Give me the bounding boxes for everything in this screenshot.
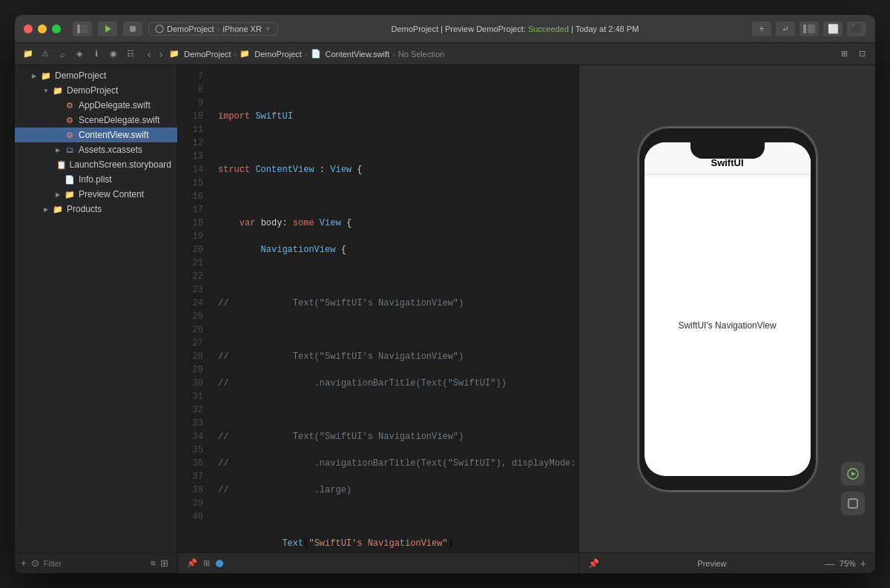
tree-item-group[interactable]: 📁 DemoProject	[15, 83, 177, 98]
zoom-level: 75%	[840, 559, 856, 568]
arrow-icon	[53, 190, 62, 199]
forward-button[interactable]: ›	[156, 48, 166, 60]
storyboard-icon: 📋	[56, 159, 67, 171]
toolbar2-right: ⊞ ⊡	[837, 47, 869, 61]
sidebar-toggle-button[interactable]	[73, 22, 92, 36]
tree-label-previewcontent: Preview Content	[79, 189, 144, 199]
svg-rect-4	[803, 24, 806, 33]
report-icon[interactable]: ☷	[123, 47, 138, 61]
run-button[interactable]	[98, 22, 117, 36]
tree-item-scenedelegate[interactable]: ⚙ SceneDelegate.swift	[15, 113, 177, 128]
fullscreen-button[interactable]	[52, 24, 61, 33]
preview-panel: SwiftUI SwiftUI's NavigationView	[578, 65, 875, 573]
code-text[interactable]: import SwiftUI struct ContentView : View…	[209, 65, 578, 552]
swift-file-icon: 📄	[311, 49, 321, 59]
tree-item-infoplist[interactable]: 📄 Info.plist	[15, 172, 177, 187]
tree-label-assets: Assets.xcassets	[79, 145, 142, 155]
toolbar2: 📁 ⚠ ⌕ ◈ ℹ ◉ ☷ ‹ › 📁 DemoProject › 📁 Demo…	[15, 43, 875, 65]
breakpoints-icon[interactable]: ◉	[106, 47, 121, 61]
info-icon[interactable]: ℹ	[89, 47, 104, 61]
folder-icon-2: 📁	[240, 49, 250, 59]
arrow-icon	[53, 145, 62, 154]
breadcrumb-file[interactable]: ContentView.swift	[326, 50, 390, 59]
tree-item-appdelegate[interactable]: ⚙ AppDelegate.swift	[15, 98, 177, 113]
preview-footer: 📌 Preview — 75% +	[579, 552, 875, 573]
play-icon	[105, 25, 111, 33]
folder-icon[interactable]: 📁	[21, 47, 36, 61]
iphone-screen: SwiftUI SwiftUI's NavigationView	[645, 142, 811, 476]
folder-icon: 📁	[52, 203, 64, 215]
ios-content: SwiftUI's NavigationView	[645, 175, 811, 476]
tree-item-root[interactable]: 📁 DemoProject	[15, 68, 177, 83]
iphone-notch	[690, 142, 765, 159]
zoom-out-button[interactable]: —	[825, 558, 835, 569]
breadcrumb-project[interactable]: DemoProject	[184, 50, 231, 59]
pin-icon[interactable]: 📌	[187, 558, 197, 568]
code-line-21: // .navigationBarTitle(Text("SwiftUI"), …	[218, 457, 570, 470]
tree-item-launchscreen[interactable]: 📋 LaunchScreen.storyboard	[15, 157, 177, 172]
code-line-18: // .navigationBarTitle(Text("SwiftUI"))	[218, 377, 570, 390]
grid-icon[interactable]: ⊞	[203, 558, 210, 568]
grid-icon[interactable]: ⊡	[854, 47, 869, 61]
sidebar-footer: + ⊙ ≡ ⊞	[15, 552, 177, 573]
status-indicator	[216, 560, 223, 567]
filter-input[interactable]	[44, 559, 146, 568]
code-line-11	[218, 190, 570, 203]
tree-label-launchscreen: LaunchScreen.storyboard	[70, 159, 171, 170]
back-forward-button[interactable]: ⤶	[776, 22, 795, 36]
symbol-icon[interactable]: ◈	[72, 47, 87, 61]
build-status-success: Succeeded	[528, 24, 569, 33]
minimize-button[interactable]	[38, 24, 47, 33]
tree-label-products: Products	[67, 204, 102, 214]
titlebar: DemoProject › iPhone XR ▼ DemoProject | …	[15, 15, 875, 43]
toolbar2-icons: 📁 ⚠ ⌕ ◈ ℹ ◉ ☷	[21, 47, 138, 61]
tree-item-previewcontent[interactable]: 📁 Preview Content	[15, 187, 177, 202]
line-numbers: 7 8 9 10 11 12 13 14 15 16 17 18 19 20 2…	[178, 65, 209, 552]
xcode-window: DemoProject › iPhone XR ▼ DemoProject | …	[15, 15, 875, 573]
svg-marker-7	[851, 472, 856, 476]
close-button[interactable]	[24, 24, 33, 33]
breadcrumb-group[interactable]: DemoProject	[254, 50, 302, 59]
traffic-lights	[24, 24, 61, 33]
tree-item-contentview[interactable]: ⚙ ContentView.swift	[15, 128, 177, 142]
svg-point-3	[156, 25, 163, 33]
split-editor-icon[interactable]: ⊞	[837, 47, 851, 61]
code-line-10: struct ContentView : View {	[218, 163, 570, 176]
preview-zoom-controls: — 75% +	[825, 558, 866, 569]
code-line-19	[218, 403, 570, 417]
debug-button[interactable]: ⬜	[823, 22, 843, 36]
editor-content[interactable]: 7 8 9 10 11 12 13 14 15 16 17 18 19 20 2…	[178, 65, 578, 552]
scheme-selector[interactable]: DemoProject › iPhone XR ▼	[148, 22, 278, 36]
zoom-in-button[interactable]: +	[860, 558, 866, 569]
stop-preview-icon	[848, 498, 858, 509]
swift-icon: ⚙	[64, 99, 76, 111]
tree-item-products[interactable]: 📁 Products	[15, 202, 177, 217]
pin-button[interactable]: 📌	[588, 558, 599, 569]
scheme-name: DemoProject	[167, 24, 214, 33]
tree-item-assets[interactable]: 🗂 Assets.xcassets	[15, 142, 177, 157]
code-line-16	[218, 323, 570, 337]
search-icon[interactable]: ⌕	[55, 47, 70, 61]
code-line-17: // Text("SwiftUI's NavigationView")	[218, 350, 570, 363]
ios-body-text: SwiftUI's NavigationView	[678, 320, 776, 331]
utilities-button[interactable]: ⬛	[847, 22, 866, 36]
preview-content: SwiftUI SwiftUI's NavigationView	[579, 65, 875, 552]
add-file-button[interactable]: +	[21, 557, 27, 570]
code-editor: 7 8 9 10 11 12 13 14 15 16 17 18 19 20 2…	[178, 65, 578, 573]
back-button[interactable]: ‹	[144, 48, 154, 60]
iphone-mockup: SwiftUI SwiftUI's NavigationView	[639, 128, 817, 491]
stop-preview-button[interactable]	[841, 492, 865, 515]
add-button[interactable]: +	[752, 22, 771, 36]
file-navigator: 📁 DemoProject 📁 DemoProject ⚙ AppDelegat…	[15, 65, 177, 552]
breadcrumb-bar: 📁 DemoProject › 📁 DemoProject › 📄 Conten…	[169, 49, 444, 59]
warning-icon[interactable]: ⚠	[38, 47, 53, 61]
code-line-14	[218, 270, 570, 283]
live-preview-icon	[847, 468, 859, 480]
live-preview-button[interactable]	[841, 462, 865, 486]
stop-button[interactable]	[123, 22, 142, 36]
swift-icon: ⚙	[64, 129, 76, 141]
svg-rect-2	[130, 26, 136, 32]
settings-button[interactable]: ⊞	[160, 557, 168, 570]
navigator-button[interactable]	[800, 22, 819, 36]
sort-button[interactable]: ≡	[151, 557, 156, 570]
